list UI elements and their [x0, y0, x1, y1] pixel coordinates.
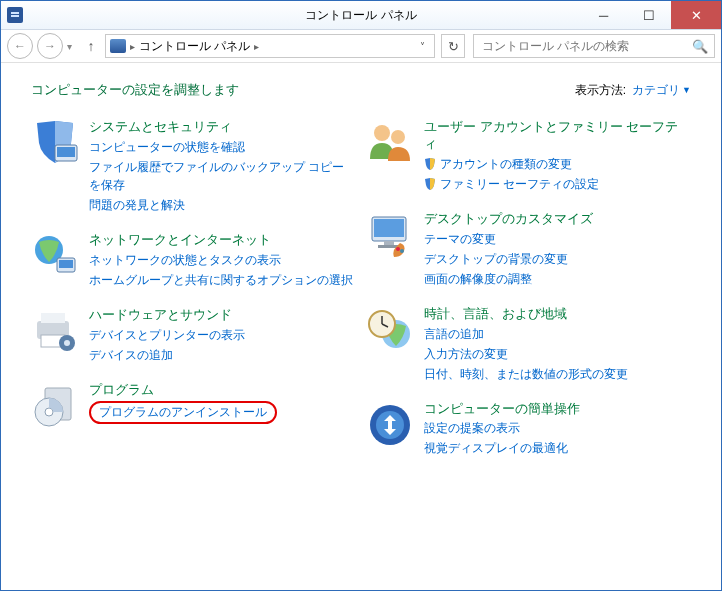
back-button[interactable]: ←: [7, 33, 33, 59]
category-link[interactable]: コンピューターの状態を確認: [89, 138, 356, 156]
svg-point-15: [45, 408, 53, 416]
breadcrumb-separator: ▸: [254, 41, 259, 52]
category-programs: プログラム プログラムのアンインストール: [31, 382, 356, 430]
category-link[interactable]: ファミリー セーフティの設定: [424, 175, 691, 193]
up-button[interactable]: ↑: [81, 36, 101, 56]
svg-point-17: [391, 130, 405, 144]
search-icon[interactable]: 🔍: [692, 39, 708, 54]
category-link[interactable]: アカウントの種類の変更: [424, 155, 691, 173]
titlebar: コントロール パネル ─ ☐ ✕: [1, 1, 721, 30]
category-appearance: デスクトップのカスタマイズ テーマの変更 デスクトップの背景の変更 画面の解像度…: [366, 211, 691, 288]
category-title[interactable]: 時計、言語、および地域: [424, 306, 628, 323]
history-dropdown[interactable]: ▾: [67, 41, 77, 52]
category-link[interactable]: 日付、時刻、または数値の形式の変更: [424, 365, 628, 383]
forward-button[interactable]: →: [37, 33, 63, 59]
category-user-accounts: ユーザー アカウントとファミリー セーフティ アカウントの種類の変更 ファミリー…: [366, 119, 691, 193]
category-link[interactable]: デバイスとプリンターの表示: [89, 326, 245, 344]
page-title: コンピューターの設定を調整します: [31, 81, 239, 99]
category-link[interactable]: テーマの変更: [424, 230, 593, 248]
monitor-paint-icon[interactable]: [366, 211, 414, 259]
category-link[interactable]: 入力方法の変更: [424, 345, 628, 363]
search-box[interactable]: 🔍: [473, 34, 715, 58]
category-ease-of-access: コンピューターの簡単操作 設定の提案の表示 視覚ディスプレイの最適化: [366, 401, 691, 458]
globe-network-icon[interactable]: [31, 232, 79, 280]
svg-rect-4: [57, 147, 75, 157]
content-header: コンピューターの設定を調整します 表示方法: カテゴリ ▼: [31, 81, 691, 99]
category-link[interactable]: 画面の解像度の調整: [424, 270, 593, 288]
svg-point-22: [396, 247, 400, 251]
svg-rect-9: [41, 313, 65, 323]
category-link[interactable]: 設定の提案の表示: [424, 419, 580, 437]
breadcrumb[interactable]: ▸ コントロール パネル ▸ ˅: [105, 34, 435, 58]
category-title[interactable]: ハードウェアとサウンド: [89, 307, 245, 324]
category-title[interactable]: プログラム: [89, 382, 277, 399]
uac-shield-icon: [424, 178, 436, 190]
svg-point-12: [64, 340, 70, 346]
control-panel-window: コントロール パネル ─ ☐ ✕ ← → ▾ ↑ ▸ コントロール パネル ▸ …: [0, 0, 722, 591]
category-link[interactable]: ファイル履歴でファイルのバックアップ コピーを保存: [89, 158, 356, 194]
category-link[interactable]: 視覚ディスプレイの最適化: [424, 439, 580, 457]
category-link[interactable]: 問題の発見と解決: [89, 196, 356, 214]
breadcrumb-separator: ▸: [130, 41, 135, 52]
breadcrumb-label[interactable]: コントロール パネル: [139, 38, 250, 55]
svg-rect-19: [374, 219, 404, 237]
view-mode: 表示方法: カテゴリ ▼: [575, 82, 691, 99]
search-input[interactable]: [480, 38, 692, 54]
category-title[interactable]: ユーザー アカウントとファミリー セーフティ: [424, 119, 691, 153]
clock-globe-icon[interactable]: [366, 306, 414, 354]
content-area: コンピューターの設定を調整します 表示方法: カテゴリ ▼ システムとセキュリテ…: [1, 63, 721, 590]
category-clock-language-region: 時計、言語、および地域 言語の追加 入力方法の変更 日付、時刻、または数値の形式…: [366, 306, 691, 383]
navbar: ← → ▾ ↑ ▸ コントロール パネル ▸ ˅ ↻ 🔍: [1, 30, 721, 63]
svg-rect-20: [384, 241, 394, 245]
category-hardware-sound: ハードウェアとサウンド デバイスとプリンターの表示 デバイスの追加: [31, 307, 356, 364]
category-link[interactable]: デスクトップの背景の変更: [424, 250, 593, 268]
users-icon[interactable]: [366, 119, 414, 167]
uac-shield-icon: [424, 158, 436, 170]
disc-box-icon[interactable]: [31, 382, 79, 430]
category-link[interactable]: デバイスの追加: [89, 346, 245, 364]
svg-point-23: [400, 249, 404, 253]
category-network-internet: ネットワークとインターネット ネットワークの状態とタスクの表示 ホームグループと…: [31, 232, 356, 289]
uninstall-program-link-highlighted[interactable]: プログラムのアンインストール: [89, 401, 277, 424]
category-system-security: システムとセキュリティ コンピューターの状態を確認 ファイル履歴でファイルのバッ…: [31, 119, 356, 214]
category-link[interactable]: ホームグループと共有に関するオプションの選択: [89, 271, 353, 289]
right-column: ユーザー アカウントとファミリー セーフティ アカウントの種類の変更 ファミリー…: [366, 119, 691, 457]
svg-point-16: [374, 125, 390, 141]
view-dropdown[interactable]: カテゴリ ▼: [632, 82, 691, 99]
category-title[interactable]: コンピューターの簡単操作: [424, 401, 580, 418]
category-title[interactable]: デスクトップのカスタマイズ: [424, 211, 593, 228]
svg-rect-7: [59, 260, 73, 268]
category-link[interactable]: ネットワークの状態とタスクの表示: [89, 251, 353, 269]
category-title[interactable]: ネットワークとインターネット: [89, 232, 353, 249]
shield-monitor-icon[interactable]: [31, 119, 79, 167]
category-title[interactable]: システムとセキュリティ: [89, 119, 356, 136]
window-title: コントロール パネル: [1, 7, 721, 24]
printer-icon[interactable]: [31, 307, 79, 355]
view-label: 表示方法:: [575, 82, 626, 99]
breadcrumb-dropdown[interactable]: ˅: [414, 41, 430, 52]
ease-of-access-icon[interactable]: [366, 401, 414, 449]
refresh-button[interactable]: ↻: [441, 34, 465, 58]
control-panel-icon: [110, 39, 126, 53]
category-columns: システムとセキュリティ コンピューターの状態を確認 ファイル履歴でファイルのバッ…: [31, 119, 691, 457]
category-link[interactable]: 言語の追加: [424, 325, 628, 343]
left-column: システムとセキュリティ コンピューターの状態を確認 ファイル履歴でファイルのバッ…: [31, 119, 356, 457]
